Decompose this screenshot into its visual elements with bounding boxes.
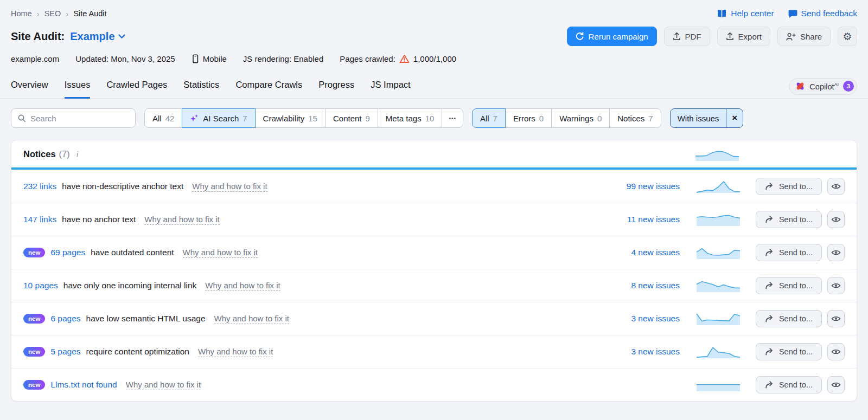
issue-row: 147 links have no anchor text Why and ho… [11, 203, 857, 236]
notices-trend-sparkline [695, 146, 739, 161]
send-to-button[interactable]: Send to... [756, 310, 822, 327]
settings-gear-button[interactable]: ⚙ [838, 27, 857, 46]
more-filters-button[interactable]: ••• [442, 108, 463, 128]
new-issues-link[interactable]: 4 new issues [609, 248, 680, 257]
js-rendering-status: JS rendering: Enabled [243, 54, 323, 63]
hide-issue-eye-button[interactable] [827, 310, 845, 327]
tab-js-impact[interactable]: JS Impact [371, 74, 410, 99]
tab-overview[interactable]: Overview [11, 74, 48, 99]
hide-issue-eye-button[interactable] [827, 343, 845, 360]
filter-chip-all-categories[interactable]: All42 [144, 108, 182, 128]
breadcrumb-home[interactable]: Home [11, 9, 32, 18]
why-how-to-fix-link[interactable]: Why and how to fix it [198, 347, 273, 357]
tab-crawled-pages[interactable]: Crawled Pages [106, 74, 167, 99]
why-how-to-fix-link[interactable]: Why and how to fix it [183, 248, 258, 258]
forward-arrow-icon [765, 183, 774, 190]
device-indicator: Mobile [192, 54, 227, 63]
new-badge: new [23, 314, 45, 324]
filter-chip-all-severity[interactable]: All7 [472, 108, 506, 128]
refresh-icon [576, 32, 584, 41]
search-input-wrap[interactable] [11, 108, 136, 128]
filter-chip-errors[interactable]: Errors0 [505, 108, 552, 128]
filter-chip-crawlability[interactable]: Crawlability15 [255, 108, 326, 128]
new-issues-link[interactable]: 11 new issues [609, 215, 680, 224]
chevron-right-icon: › [66, 9, 68, 18]
send-feedback-link[interactable]: Send feedback [788, 9, 857, 18]
new-issues-link[interactable]: 3 new issues [609, 314, 680, 324]
copilot-button[interactable]: CopilotAI 3 [789, 78, 857, 95]
issue-row: new 5 pages require content optimization… [11, 335, 857, 368]
issue-count-link[interactable]: 6 pages [50, 314, 80, 324]
search-input[interactable] [30, 114, 129, 123]
issue-description: have only one incoming internal link [63, 281, 197, 290]
eye-icon [831, 348, 841, 355]
filter-chip-content[interactable]: Content9 [325, 108, 378, 128]
campaign-selector[interactable]: Example [70, 30, 125, 43]
filter-chip-warnings[interactable]: Warnings0 [551, 108, 610, 128]
issue-trend-sparkline [696, 179, 741, 193]
tab-issues[interactable]: Issues [65, 74, 91, 99]
send-to-button[interactable]: Send to... [756, 211, 822, 228]
why-how-to-fix-link[interactable]: Why and how to fix it [192, 182, 267, 192]
help-center-link[interactable]: Help center [717, 9, 774, 18]
eye-icon [831, 216, 841, 223]
notices-title: Notices [23, 149, 56, 159]
issue-count-link[interactable]: 5 pages [50, 347, 80, 357]
rerun-campaign-button[interactable]: Rerun campaign [567, 27, 657, 46]
why-how-to-fix-link[interactable]: Why and how to fix it [126, 380, 201, 390]
issue-trend-sparkline [696, 279, 741, 293]
issue-row: 10 pages have only one incoming internal… [11, 269, 857, 302]
send-to-button[interactable]: Send to... [756, 244, 822, 261]
hide-issue-eye-button[interactable] [827, 277, 845, 294]
send-to-button[interactable]: Send to... [756, 343, 822, 360]
hide-issue-eye-button[interactable] [827, 178, 845, 195]
new-badge: new [23, 380, 45, 390]
filter-chip-ai-search[interactable]: AI Search7 [182, 108, 255, 128]
issue-description: require content optimization [86, 347, 189, 357]
new-badge: new [23, 248, 45, 257]
filter-chip-notices[interactable]: Notices7 [609, 108, 661, 128]
why-how-to-fix-link[interactable]: Why and how to fix it [205, 281, 280, 291]
issue-description: have non-descriptive anchor text [62, 182, 183, 191]
issue-count-link[interactable]: Llms.txt not found [50, 380, 117, 390]
close-icon[interactable]: × [726, 109, 743, 127]
info-icon[interactable]: i [76, 150, 79, 159]
issue-row: new 6 pages have low semantic HTML usage… [11, 302, 857, 335]
tab-progress[interactable]: Progress [318, 74, 354, 99]
send-to-button[interactable]: Send to... [756, 376, 822, 393]
page-title: Site Audit: [11, 30, 65, 43]
pdf-button[interactable]: PDF [664, 27, 710, 46]
feedback-bubble-icon [788, 9, 797, 18]
forward-arrow-icon [765, 249, 774, 256]
why-how-to-fix-link[interactable]: Why and how to fix it [214, 314, 289, 324]
with-issues-filter-chip: With issues × [670, 108, 744, 128]
new-issues-link[interactable]: 99 new issues [609, 182, 680, 191]
tab-statistics[interactable]: Statistics [183, 74, 219, 99]
forward-arrow-icon [765, 282, 774, 289]
hide-issue-eye-button[interactable] [827, 244, 845, 261]
new-issues-link[interactable]: 3 new issues [609, 347, 680, 357]
gear-icon: ⚙ [843, 30, 852, 43]
eye-icon [831, 249, 841, 256]
breadcrumb-seo[interactable]: SEO [44, 9, 61, 18]
breadcrumb-site-audit: Site Audit [73, 9, 106, 18]
send-to-button[interactable]: Send to... [756, 277, 822, 294]
issue-count-link[interactable]: 69 pages [50, 248, 85, 257]
issue-count-link[interactable]: 10 pages [23, 281, 58, 290]
tab-compare-crawls[interactable]: Compare Crawls [235, 74, 302, 99]
share-button[interactable]: Share [777, 27, 831, 46]
chevron-right-icon: › [37, 9, 40, 18]
issue-count-link[interactable]: 147 links [23, 215, 56, 224]
warning-triangle-icon[interactable] [399, 54, 410, 63]
filter-chip-meta-tags[interactable]: Meta tags10 [378, 108, 443, 128]
new-issues-link[interactable]: 8 new issues [609, 281, 680, 290]
notices-card: Notices (7) i 232 links have non-descrip… [11, 140, 857, 402]
hide-issue-eye-button[interactable] [827, 376, 845, 393]
why-how-to-fix-link[interactable]: Why and how to fix it [144, 215, 219, 225]
hide-issue-eye-button[interactable] [827, 211, 845, 228]
export-button[interactable]: Export [717, 27, 770, 46]
send-to-button[interactable]: Send to... [756, 178, 822, 195]
issue-count-link[interactable]: 232 links [23, 182, 56, 191]
search-icon [17, 114, 26, 122]
notices-count: (7) [59, 149, 70, 159]
